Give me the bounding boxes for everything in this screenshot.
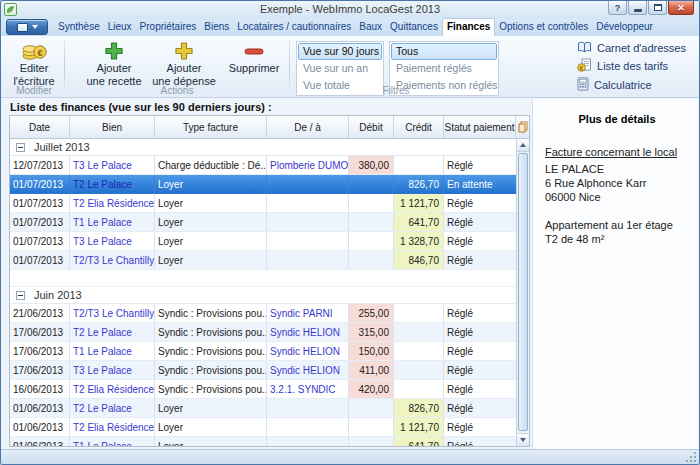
cell-debit <box>349 437 394 446</box>
de-a-link[interactable]: Syndic PARNI <box>270 308 333 319</box>
delete-button[interactable]: Supprimer <box>222 38 286 75</box>
view-filter-option-vue-sur-90-jours[interactable]: Vue sur 90 jours <box>298 43 382 60</box>
add-expense-button[interactable]: Ajouter une dépense <box>152 38 216 88</box>
edit-entry-label-line1: Editer <box>20 62 49 75</box>
scroll-thumb[interactable] <box>518 153 528 431</box>
column-header-debit[interactable]: Débit <box>349 116 394 138</box>
cell-date: 01/07/2013 <box>10 175 70 194</box>
table-row[interactable]: 01/06/2013T1 Le PalaceLoyer641,70Réglé <box>10 437 516 446</box>
tab-synthese[interactable]: Synthèse <box>54 18 104 36</box>
bien-link[interactable]: T3 Le Palace <box>73 160 132 171</box>
minimize-button[interactable] <box>628 1 647 15</box>
calculator-button[interactable]: Calculatrice <box>574 77 689 93</box>
bien-link[interactable]: T2 Le Palace <box>73 327 132 338</box>
cell-bien: T1 Le Palace <box>70 437 155 446</box>
close-button[interactable]: ✕ <box>668 1 694 15</box>
payment-filter-option-tous[interactable]: Tous <box>391 43 497 60</box>
payment-filter-option-paiement-regles[interactable]: Paiement réglés <box>391 60 497 77</box>
bien-link[interactable]: T1 Le Palace <box>73 346 132 357</box>
scroll-up-button[interactable] <box>517 139 529 152</box>
restore-button[interactable] <box>648 1 667 15</box>
bien-link[interactable]: T2/T3 Le Chantilly <box>73 255 154 266</box>
bien-link[interactable]: T3 Le Palace <box>73 236 132 247</box>
tab-options-et-controles[interactable]: Options et contrôles <box>495 18 592 36</box>
de-a-link[interactable]: Syndic HELION <box>270 346 340 357</box>
group-row[interactable]: Juillet 2013 <box>10 139 516 156</box>
collapse-icon[interactable] <box>16 143 25 152</box>
details-panel: Plus de détails Facture concernant le lo… <box>532 99 697 449</box>
cell-type: Loyer <box>155 175 267 194</box>
de-a-link[interactable]: 3.2.1. SYNDIC <box>270 384 336 395</box>
cell-statut: Réglé <box>444 437 516 446</box>
de-a-link[interactable]: Plomberie DUMO... <box>270 160 349 171</box>
tab-biens[interactable]: Biens <box>200 18 233 36</box>
table-row[interactable]: 17/06/2013T3 Le PalaceSyndic : Provision… <box>10 361 516 380</box>
bien-link[interactable]: T1 Le Palace <box>73 441 132 447</box>
app-menu-button[interactable] <box>6 19 48 35</box>
cell-type: Syndic : Provisions pou... <box>155 304 267 323</box>
cell-debit: 380,00 <box>349 156 394 175</box>
bien-link[interactable]: T2 Elia Résidence <box>73 384 154 395</box>
table-row[interactable]: 17/06/2013T1 Le PalaceSyndic : Provision… <box>10 342 516 361</box>
bien-link[interactable]: T2 Elia Résidence <box>73 198 154 209</box>
table-row[interactable]: 01/07/2013T2 Le PalaceLoyer826,70En atte… <box>10 175 516 194</box>
table-row[interactable]: 16/06/2013T2 Elia RésidenceSyndic : Prov… <box>10 380 516 399</box>
table-row[interactable]: 21/06/2013T2/T3 Le ChantillySyndic : Pro… <box>10 304 516 323</box>
bien-link[interactable]: T1 Le Palace <box>73 217 132 228</box>
de-a-link[interactable]: Syndic HELION <box>270 327 340 338</box>
tab-proprietaires[interactable]: Propriétaires <box>136 18 201 36</box>
copy-icon[interactable] <box>516 116 529 138</box>
cell-type: Syndic : Provisions pou... <box>155 342 267 361</box>
table-header-columns: DateBienType factureDe / àDébitCréditSta… <box>10 116 516 138</box>
bien-link[interactable]: T3 Le Palace <box>73 365 132 376</box>
group-label: Juin 2013 <box>34 289 82 301</box>
table-row[interactable]: 01/07/2013T2 Elia RésidenceLoyer1 121,70… <box>10 194 516 213</box>
tab-developpeur[interactable]: Développeur <box>592 18 657 36</box>
scroll-down-button[interactable] <box>517 433 529 446</box>
table-row[interactable]: 01/07/2013T3 Le PalaceLoyer1 328,70Réglé <box>10 232 516 251</box>
tab-finances[interactable]: Finances <box>442 18 495 36</box>
calculator-icon <box>577 77 589 93</box>
column-header-statut-paiement[interactable]: Statut paiement <box>444 116 516 138</box>
column-header-de-a[interactable]: De / à <box>267 116 349 138</box>
bien-link[interactable]: T2 Le Palace <box>73 179 132 190</box>
cell-bien: T2/T3 Le Chantilly <box>70 251 155 270</box>
table-row[interactable]: 01/07/2013T2/T3 Le ChantillyLoyer846,70R… <box>10 251 516 270</box>
column-header-bien[interactable]: Bien <box>70 116 155 138</box>
tab-quittances[interactable]: Quittances <box>386 18 442 36</box>
group-row[interactable]: Juin 2013 <box>10 287 516 304</box>
cell-de-a <box>267 194 349 213</box>
table-row[interactable]: 12/07/2013T3 Le PalaceCharge déductible … <box>10 156 516 175</box>
bien-link[interactable]: T2 Le Palace <box>73 403 132 414</box>
column-header-credit[interactable]: Crédit <box>394 116 444 138</box>
de-a-link[interactable]: Syndic HELION <box>270 365 340 376</box>
tab-baux[interactable]: Baux <box>355 18 386 36</box>
table-row[interactable]: 17/06/2013T2 Le PalaceSyndic : Provision… <box>10 323 516 342</box>
table-row[interactable]: 01/06/2013T2 Elia RésidenceLoyer1 121,70… <box>10 418 516 437</box>
resize-grip[interactable] <box>686 452 696 462</box>
ribbon-group-modifier: € Editer l'écriture Modifier <box>5 36 63 97</box>
column-header-type-facture[interactable]: Type facture <box>155 116 267 138</box>
price-list-button[interactable]: € Liste des tarifs <box>574 58 689 74</box>
cell-bien: T2 Elia Résidence <box>70 418 155 437</box>
add-income-button[interactable]: Ajouter une recette <box>82 38 146 88</box>
bien-link[interactable]: T2 Elia Résidence <box>73 422 154 433</box>
details-info-line2: T2 de 48 m² <box>545 232 689 246</box>
cell-type: Loyer <box>155 418 267 437</box>
tab-locataires-cautionnaires[interactable]: Locataires / cautionnaires <box>233 18 355 36</box>
ribbon-group-label-actions: Actions <box>66 85 288 96</box>
table-scrollbar[interactable] <box>516 139 529 446</box>
table-row[interactable]: 01/07/2013T1 Le PalaceLoyer641,70Réglé <box>10 213 516 232</box>
table-row[interactable]: 01/06/2013T2 Le PalaceLoyer826,70Réglé <box>10 399 516 418</box>
bien-link[interactable]: T2/T3 Le Chantilly <box>73 308 154 319</box>
details-spacer <box>545 204 689 218</box>
collapse-icon[interactable] <box>16 291 25 300</box>
column-header-date[interactable]: Date <box>10 116 70 138</box>
help-button[interactable]: ? <box>608 1 627 15</box>
cell-bien: T3 Le Palace <box>70 232 155 251</box>
edit-entry-button[interactable]: € Editer l'écriture <box>7 38 61 88</box>
view-filter-option-vue-sur-un-an[interactable]: Vue sur un an <box>298 60 382 77</box>
cell-debit <box>349 418 394 437</box>
tab-lieux[interactable]: Lieux <box>104 18 136 36</box>
address-book-button[interactable]: Carnet d'adresses <box>574 41 689 55</box>
